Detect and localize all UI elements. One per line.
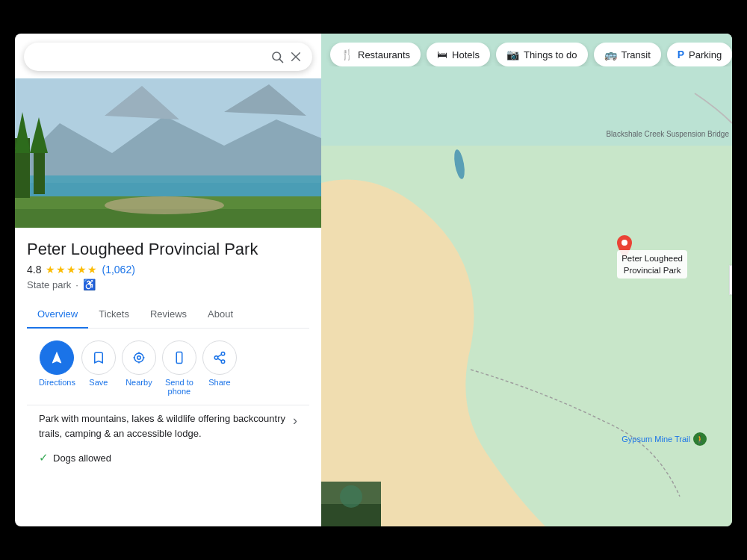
svg-point-18	[137, 356, 141, 360]
nearby-circle	[122, 340, 156, 375]
star-1: ★	[46, 264, 55, 276]
search-bar: Peter Lougheed Provincial Park	[24, 43, 312, 71]
restaurants-icon: 🍴	[341, 49, 353, 60]
pill-hotels[interactable]: 🛏 Hotels	[427, 43, 490, 66]
star-5: ★	[87, 264, 97, 276]
pill-things-to-do-label: Things to do	[524, 49, 577, 60]
svg-point-35	[622, 240, 627, 246]
map-background	[321, 34, 732, 526]
svg-point-27	[214, 356, 218, 360]
directions-label: Directions	[39, 378, 75, 387]
review-count[interactable]: (1,062)	[102, 264, 134, 276]
directions-circle	[40, 340, 74, 375]
search-icon	[270, 50, 284, 63]
save-label: Save	[89, 378, 108, 387]
hotels-icon: 🛏	[437, 49, 447, 60]
park-photo-image	[15, 78, 321, 228]
close-icon	[290, 51, 302, 63]
tab-tickets[interactable]: Tickets	[88, 301, 140, 329]
save-circle	[81, 340, 116, 375]
save-icon	[92, 351, 105, 364]
svg-point-17	[105, 196, 224, 214]
svg-point-38	[340, 485, 362, 508]
send-to-phone-circle	[162, 340, 196, 375]
pill-restaurants[interactable]: 🍴 Restaurants	[330, 43, 421, 66]
things-to-do-icon: 📷	[506, 49, 519, 60]
transit-icon: 🚌	[604, 49, 617, 60]
share-icon	[213, 351, 226, 364]
tab-overview[interactable]: Overview	[27, 301, 88, 329]
svg-marker-5	[15, 116, 321, 183]
category-row: State park · ♿	[27, 279, 309, 290]
svg-line-29	[217, 358, 221, 361]
directions-button[interactable]: Directions	[39, 340, 75, 396]
park-name: Peter Lougheed Provincial Park	[27, 240, 309, 259]
rating-number: 4.8	[27, 264, 41, 276]
pill-things-to-do[interactable]: 📷 Things to do	[496, 43, 588, 66]
amenity-text: Dogs allowed	[53, 452, 111, 464]
svg-line-30	[217, 355, 221, 357]
app-container: Peter Lougheed Provincial Park	[15, 34, 732, 526]
svg-point-26	[221, 352, 225, 356]
park-pin-label: Peter LougheedProvincial Park	[617, 250, 687, 279]
pill-parking[interactable]: P Parking	[667, 43, 732, 66]
tab-about[interactable]: About	[197, 301, 244, 329]
send-to-phone-label: Send to phone	[165, 378, 193, 396]
park-photo	[15, 78, 321, 228]
save-button[interactable]: Save	[81, 340, 116, 396]
tab-reviews[interactable]: Reviews	[140, 301, 197, 329]
bottom-thumbnail[interactable]	[321, 482, 381, 526]
search-input[interactable]: Peter Lougheed Provincial Park	[34, 51, 264, 63]
rating-row: 4.8 ★ ★ ★ ★ ★ (1,062)	[27, 264, 309, 276]
nearby-button[interactable]: Nearby	[122, 340, 156, 396]
suspension-bridge-label: Blackshale Creek Suspension Bridge	[606, 129, 729, 140]
checkmark-icon: ✓	[39, 451, 49, 464]
svg-rect-9	[15, 175, 321, 183]
send-to-phone-button[interactable]: Send to phone	[162, 340, 196, 396]
svg-rect-24	[176, 352, 182, 364]
nearby-label: Nearby	[125, 378, 152, 387]
star-3: ★	[66, 264, 76, 276]
info-section: Peter Lougheed Provincial Park 4.8 ★ ★ ★…	[15, 228, 321, 526]
share-circle	[202, 340, 237, 375]
pill-hotels-label: Hotels	[452, 49, 480, 60]
thumbnail-image	[321, 482, 381, 526]
trail-icon: 🚶	[693, 432, 707, 446]
description-text: Park with mountains, lakes & wildlife of…	[39, 411, 287, 441]
svg-line-1	[279, 59, 282, 62]
category-label: State park	[27, 279, 71, 290]
map-area[interactable]: 🍴 Restaurants 🛏 Hotels 📷 Things to do 🚌 …	[321, 34, 732, 526]
gypsum-trail-label: Gypsum Mine Trail 🚶	[622, 432, 707, 446]
description-expand-button[interactable]: ›	[293, 413, 297, 429]
pill-transit[interactable]: 🚌 Transit	[594, 43, 661, 66]
share-button[interactable]: Share	[202, 340, 237, 396]
pill-restaurants-label: Restaurants	[358, 49, 410, 60]
action-buttons: Directions Save	[27, 329, 309, 405]
share-label: Share	[208, 378, 230, 387]
map-pills-bar: 🍴 Restaurants 🛏 Hotels 📷 Things to do 🚌 …	[321, 43, 732, 66]
description-row: Park with mountains, lakes & wildlife of…	[27, 405, 309, 447]
phone-icon	[173, 351, 186, 364]
pill-parking-label: Parking	[689, 49, 722, 60]
tabs-row: Overview Tickets Reviews About	[27, 301, 309, 329]
svg-point-28	[221, 360, 225, 364]
pill-transit-label: Transit	[622, 49, 651, 60]
parking-icon: P	[678, 49, 684, 60]
directions-icon	[49, 350, 64, 365]
search-button[interactable]	[270, 50, 284, 63]
star-2: ★	[56, 264, 66, 276]
svg-point-19	[134, 353, 143, 362]
nearby-icon	[132, 351, 146, 364]
accessible-icon: ♿	[83, 279, 96, 290]
stars: ★ ★ ★ ★ ★	[46, 264, 97, 276]
left-panel: Peter Lougheed Provincial Park	[15, 34, 321, 526]
dot-separator: ·	[75, 279, 78, 290]
clear-search-button[interactable]	[290, 51, 302, 63]
amenity-row: ✓ Dogs allowed	[27, 447, 309, 473]
star-4: ★	[77, 264, 87, 276]
